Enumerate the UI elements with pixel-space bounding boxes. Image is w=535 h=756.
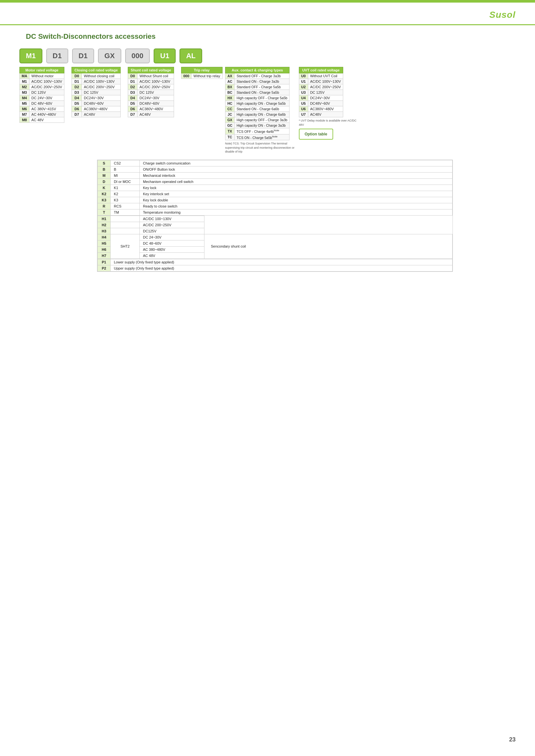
shunt-code: D4 — [128, 95, 137, 101]
trip-relay-wrapper: Trip relay 000Without trip relay — [181, 67, 223, 79]
closing-coil-table: Closing coil rated voltage D0Without clo… — [71, 67, 121, 117]
right-tables: Trip relay 000Without trip relay Aux. co… — [181, 67, 357, 154]
aux-header: Aux. contact & charging types — [225, 67, 290, 73]
code-box-gx: GX — [98, 48, 121, 63]
shunt-desc: Without Shunt coil — [137, 73, 174, 79]
closing-desc: AC48V — [82, 112, 121, 117]
p-code: P2 — [98, 265, 111, 271]
aux-row: CCStandard ON - Charge 6a6b — [225, 106, 290, 112]
bottom-code2: CS2 — [111, 160, 140, 166]
aux-row: JCHigh capacity ON - Charge 6a6b — [225, 112, 290, 117]
motor-row: M4DC 24V~30V — [20, 95, 64, 101]
aux-code: HX — [225, 95, 235, 101]
page-number: 23 — [509, 736, 516, 743]
motor-code: M8 — [20, 117, 29, 123]
bottom-desc: Key lock — [140, 185, 453, 191]
code-box-u1: U1 — [154, 48, 176, 63]
shunt-coil-row: D7AC48V — [128, 112, 174, 117]
closing-code: D0 — [72, 73, 82, 79]
closing-row: D3DC 125V — [72, 90, 121, 95]
shunt-code: D5 — [128, 101, 137, 106]
bottom-desc: Mechanism operated cell switch — [140, 178, 453, 185]
shunt-coil-row: D1AC/DC 100V~130V — [128, 79, 174, 84]
option-table-box: Option table — [299, 129, 333, 140]
motor-code: M7 — [20, 112, 29, 117]
uvt-row: U4DC24V~30V — [299, 95, 343, 101]
bottom-code: K — [98, 185, 111, 191]
closing-code: D3 — [72, 90, 82, 95]
logo-text: Susol — [490, 10, 516, 20]
motor-row: M8AC 48V — [20, 117, 64, 123]
aux-row: TCTCS ON - Charge 5a5bNote — [225, 134, 290, 140]
closing-code: D2 — [72, 84, 82, 90]
uvt-row: U7AC48V — [299, 112, 343, 117]
uvt-row: U0Without UVT Coil — [299, 73, 343, 79]
aux-code: AX — [225, 73, 235, 79]
shunt-h-desc: DC 48~60V — [140, 240, 205, 246]
shunt-h-code2 — [111, 228, 140, 234]
uvt-desc: DC24V~30V — [308, 95, 343, 101]
uvt-desc: AC/DC 200V~250V — [308, 84, 343, 90]
motor-desc: Without motor — [29, 73, 64, 79]
aux-row: ACStandard ON - Charge 3a3b — [225, 79, 290, 84]
bottom-code2: K3 — [111, 197, 140, 203]
motor-desc: AC/DC 100V~130V — [29, 79, 64, 84]
uvt-option-col: UVT coil rated voltage U0Without UVT Coi… — [299, 67, 357, 140]
aux-note: Note) TCS: Trip Circuit Supervision The … — [225, 142, 296, 154]
uvt-desc: AC380V~480V — [308, 106, 343, 112]
aux-row: HCHigh capacity ON - Charge 5a5b — [225, 101, 290, 106]
motor-desc: DC 125V — [29, 90, 64, 95]
bottom-code2: MI — [111, 172, 140, 178]
closing-row: D4DC24V~30V — [72, 95, 121, 101]
shunt-h-desc: AC 380~480V — [140, 246, 205, 253]
shunt-coil-table-wrapper: Shunt coil rated voltage D0Without Shunt… — [128, 67, 174, 117]
shunt-desc: DC48V~60V — [137, 101, 174, 106]
shunt-coil-row: D0Without Shunt coil — [128, 73, 174, 79]
motor-row: M5DC 48V~60V — [20, 101, 64, 106]
shunt-h-desc: DC125V — [140, 228, 205, 234]
shunt-coil-row: D5DC48V~60V — [128, 101, 174, 106]
page: Susol DC Switch-Disconnectors accessorie… — [0, 0, 535, 756]
aux-table-wrapper: Aux. contact & charging types AXStandard… — [225, 67, 296, 154]
aux-code: CC — [225, 106, 235, 112]
uvt-code: U0 — [299, 73, 308, 79]
aux-code: AC — [225, 79, 235, 84]
aux-desc: Standard OFF - Charge 5a5b — [235, 84, 290, 90]
trip-code: 000 — [181, 73, 191, 79]
shunt-h-code: H2 — [98, 222, 111, 228]
shunt-row: H1AC/DC 100~130V — [98, 216, 453, 222]
aux-desc: TCS ON - Charge 5a5bNote — [235, 134, 290, 140]
shunt-row: H4SHT2DC 24~30VSencondary shunt coil — [98, 234, 453, 240]
motor-row: M2AC/DC 200V~250V — [20, 84, 64, 90]
trip-relay-header: Trip relay — [181, 67, 222, 73]
shunt-desc: AC/DC 200V~250V — [137, 84, 174, 90]
uvt-code: U6 — [299, 106, 308, 112]
motor-row: M7AC 440V~480V — [20, 112, 64, 117]
closing-code: D5 — [72, 101, 82, 106]
bottom-desc: Charge switch communication — [140, 160, 453, 166]
bottom-code2: RCS — [111, 203, 140, 209]
shunt-coil-row: D4DC24V~30V — [128, 95, 174, 101]
uvt-row: U2AC/DC 200V~250V — [299, 84, 343, 90]
code-group-d1-shunt: D1 — [72, 48, 94, 65]
p-desc: Lower supply (Only fixed type applied) — [111, 259, 453, 265]
code-box-000: 000 — [125, 48, 150, 63]
trip-relay-table: Trip relay 000Without trip relay — [181, 67, 223, 79]
closing-row: D1AC/DC 100V~130V — [72, 79, 121, 84]
motor-row: M6AC 380V~415V — [20, 106, 64, 112]
closing-row: D0Without closing coil — [72, 73, 121, 79]
p-desc: Upper supply (Only fixed type applied) — [111, 265, 453, 271]
closing-coil-table-wrapper: Closing coil rated voltage D0Without clo… — [71, 67, 121, 117]
motor-desc: AC 380V~415V — [29, 106, 64, 112]
shunt-desc: DC 125V — [137, 90, 174, 95]
closing-desc: AC380V~480V — [82, 106, 121, 112]
bottom-code2: TM — [111, 209, 140, 215]
closing-desc: AC/DC 200V~250V — [82, 84, 121, 90]
motor-code: M3 — [20, 90, 29, 95]
aux-row: AXStandard OFF - Charge 3a3b — [225, 73, 290, 79]
shunt-h-code: H4 — [98, 234, 111, 240]
shunt-coil-table: Shunt coil rated voltage D0Without Shunt… — [128, 67, 174, 117]
code-group-gx: GX — [98, 48, 121, 65]
uvt-row: U1AC/DC 100V~130V — [299, 79, 343, 84]
closing-code: D4 — [72, 95, 82, 101]
